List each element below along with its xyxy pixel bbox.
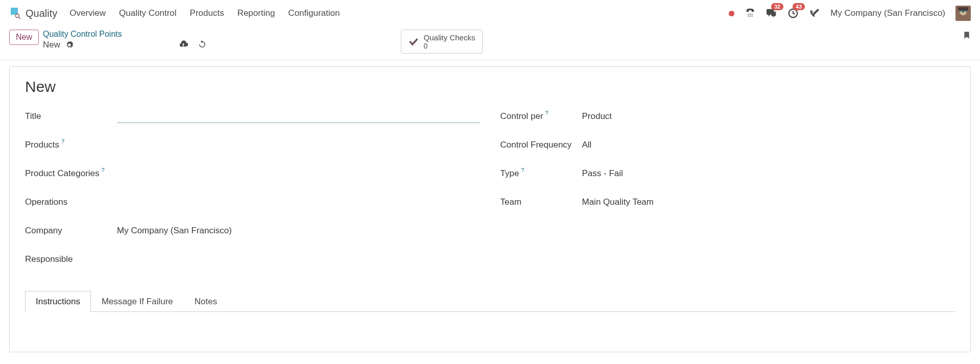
products-label: Products? bbox=[25, 140, 117, 150]
messages-icon[interactable]: 32 bbox=[766, 8, 777, 19]
tab-message-if-failure[interactable]: Message If Failure bbox=[91, 291, 184, 312]
gear-icon[interactable] bbox=[65, 41, 74, 49]
svg-rect-6 bbox=[750, 16, 751, 17]
help-icon[interactable]: ? bbox=[521, 167, 524, 173]
help-icon[interactable]: ? bbox=[545, 110, 548, 116]
quality-checks-button[interactable]: Quality Checks 0 bbox=[401, 30, 483, 54]
control-panel-row: New Quality Control Points New Quality C… bbox=[0, 27, 980, 60]
sheet-container: New Title Products? Product Categories? … bbox=[0, 60, 980, 352]
svg-rect-5 bbox=[748, 16, 749, 17]
svg-rect-12 bbox=[960, 11, 963, 12]
nav-configuration[interactable]: Configuration bbox=[288, 8, 340, 18]
svg-rect-4 bbox=[752, 14, 753, 15]
operations-label: Operations bbox=[25, 197, 117, 207]
nav-quality-control[interactable]: Quality Control bbox=[119, 8, 176, 18]
cloud-save-icon[interactable] bbox=[178, 40, 188, 50]
check-icon bbox=[409, 37, 419, 47]
user-avatar[interactable] bbox=[955, 6, 971, 21]
company-value[interactable]: My Company (San Francisco) bbox=[117, 226, 480, 236]
svg-rect-2 bbox=[748, 14, 749, 15]
form-sheet: New Title Products? Product Categories? … bbox=[9, 66, 971, 352]
help-icon[interactable]: ? bbox=[102, 167, 105, 173]
help-icon[interactable]: ? bbox=[61, 138, 64, 144]
phone-icon[interactable] bbox=[745, 8, 756, 19]
status-icons bbox=[178, 40, 207, 50]
app-logo-icon[interactable] bbox=[9, 8, 20, 19]
svg-rect-14 bbox=[958, 7, 968, 10]
form-left-column: Title Products? Product Categories? Oper… bbox=[25, 109, 480, 280]
form-right-column: Control per? Product Control Frequency A… bbox=[500, 109, 955, 280]
company-label: Company bbox=[25, 226, 117, 236]
bookmark-icon[interactable] bbox=[963, 30, 971, 41]
title-input[interactable] bbox=[117, 110, 480, 123]
sheet-title: New bbox=[25, 78, 955, 95]
nav-reporting[interactable]: Reporting bbox=[237, 8, 275, 18]
messages-badge: 32 bbox=[771, 3, 783, 10]
svg-point-0 bbox=[15, 14, 19, 17]
quality-checks-count: 0 bbox=[424, 42, 475, 50]
activities-icon[interactable]: 43 bbox=[787, 8, 799, 19]
new-button[interactable]: New bbox=[9, 30, 39, 45]
navbar: Quality Overview Quality Control Product… bbox=[0, 0, 980, 27]
activities-badge: 43 bbox=[793, 3, 805, 10]
breadcrumb-link[interactable]: Quality Control Points bbox=[43, 30, 122, 39]
svg-rect-3 bbox=[750, 14, 751, 15]
control-frequency-value[interactable]: All bbox=[582, 140, 955, 150]
responsible-label: Responsible bbox=[25, 254, 117, 264]
control-per-value[interactable]: Product bbox=[582, 111, 955, 122]
quality-checks-label: Quality Checks bbox=[424, 33, 475, 42]
title-label: Title bbox=[25, 111, 117, 122]
type-label: Type? bbox=[500, 168, 582, 179]
app-name[interactable]: Quality bbox=[26, 8, 57, 19]
control-frequency-label: Control Frequency bbox=[500, 140, 582, 150]
recording-indicator-icon bbox=[729, 11, 734, 16]
team-label: Team bbox=[500, 197, 582, 207]
product-categories-label: Product Categories? bbox=[25, 168, 117, 179]
breadcrumb-current: New bbox=[43, 40, 60, 50]
navbar-right: 32 43 My Company (San Francisco) bbox=[729, 6, 971, 21]
company-selector[interactable]: My Company (San Francisco) bbox=[830, 8, 945, 18]
svg-rect-7 bbox=[752, 16, 753, 17]
team-value[interactable]: Main Quality Team bbox=[582, 197, 955, 207]
tab-instructions[interactable]: Instructions bbox=[25, 291, 91, 312]
control-per-label: Control per? bbox=[500, 111, 582, 122]
svg-line-1 bbox=[19, 17, 21, 19]
nav-menu: Overview Quality Control Products Report… bbox=[69, 8, 340, 18]
breadcrumb: Quality Control Points New bbox=[43, 30, 122, 50]
nav-overview[interactable]: Overview bbox=[69, 8, 106, 18]
nav-products[interactable]: Products bbox=[190, 8, 224, 18]
svg-rect-13 bbox=[964, 11, 966, 12]
tools-icon[interactable] bbox=[809, 8, 820, 19]
tab-notes[interactable]: Notes bbox=[184, 291, 228, 312]
type-value[interactable]: Pass - Fail bbox=[582, 168, 955, 179]
form-tabs: Instructions Message If Failure Notes bbox=[25, 290, 955, 312]
discard-icon[interactable] bbox=[198, 40, 207, 50]
